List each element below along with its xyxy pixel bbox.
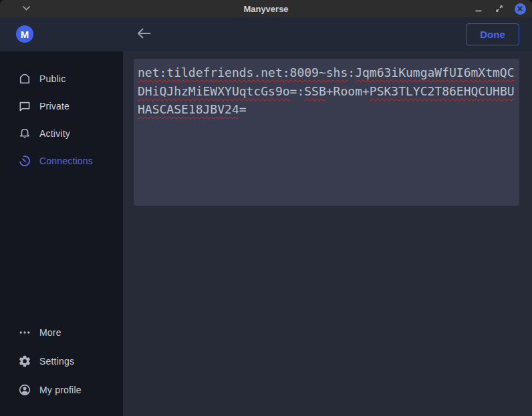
sidebar-item-label: Activity <box>39 128 70 139</box>
app-header: M Done <box>0 17 532 51</box>
restore-button[interactable] <box>493 3 505 15</box>
chevron-down-icon[interactable] <box>22 5 31 11</box>
arrow-left-icon <box>136 27 151 39</box>
sidebar-item-my-profile[interactable]: My profile <box>0 375 123 404</box>
message-bubble-icon <box>18 99 31 113</box>
back-button[interactable] <box>136 27 152 41</box>
misspelled-text: PSK3TLYC2T86EHQCUHBU <box>370 84 515 98</box>
app-window: Manyverse M Done <box>0 0 532 416</box>
code-text: : <box>348 65 355 79</box>
sidebar-item-settings[interactable]: Settings <box>0 347 123 375</box>
misspelled-text: Jqm63iKumgaWfUI6mXtmQC <box>355 65 514 79</box>
sidebar-item-label: My profile <box>39 385 82 395</box>
sidebar-item-label: Settings <box>39 356 74 367</box>
account-circle-icon <box>18 383 31 397</box>
sidebar-item-label: More <box>39 327 61 338</box>
misspelled-text: DHiQJhzMiEWXYUqtcGs9o <box>138 84 290 98</box>
bell-icon <box>18 127 31 140</box>
window-title: Manyverse <box>243 4 288 14</box>
code-text: = <box>239 102 247 116</box>
sidebar-item-connections[interactable]: Connections <box>0 147 123 174</box>
misspelled-text: SSB <box>304 84 326 98</box>
invite-code-line: DHiQJhzMiEWXYUqtcGs9o=:SSB+Room+PSK3TLYC… <box>138 82 515 101</box>
invite-code-line: HASCASE18JBV24= <box>138 100 515 119</box>
done-button[interactable]: Done <box>466 23 519 45</box>
sidebar-bottom-nav: MoreSettingsMy profile <box>0 318 123 404</box>
ellipsis-icon <box>18 326 31 339</box>
close-button[interactable] <box>514 3 526 15</box>
code-text: +Room+ <box>326 84 370 98</box>
sidebar-item-label: Private <box>39 101 70 112</box>
sidebar-item-label: Connections <box>39 156 93 166</box>
sidebar: PublicPrivateActivityConnections MoreSet… <box>0 51 123 416</box>
code-text: =: <box>290 84 305 98</box>
window-controls <box>473 0 526 17</box>
sidebar-item-private[interactable]: Private <box>0 92 123 120</box>
bulletin-board-icon <box>18 72 31 85</box>
sidebar-item-activity[interactable]: Activity <box>0 120 123 147</box>
gear-icon <box>18 355 31 368</box>
manyverse-logo: M <box>16 25 33 43</box>
sidebar-item-more[interactable]: More <box>0 318 123 347</box>
invite-code-line: net:tildefriends.net:8009~shs:Jqm63iKumg… <box>138 63 515 82</box>
sidebar-item-public[interactable]: Public <box>0 65 123 92</box>
minimize-icon <box>475 5 483 13</box>
invite-code-input[interactable]: net:tildefriends.net:8009~shs:Jqm63iKumg… <box>134 59 519 206</box>
sidebar-main-nav: PublicPrivateActivityConnections <box>0 65 123 174</box>
close-icon <box>515 3 526 15</box>
connections-dial-icon <box>18 154 31 168</box>
misspelled-text: HASCASE18JBV24 <box>138 102 239 116</box>
sidebar-item-label: Public <box>39 73 65 84</box>
restore-icon <box>495 5 503 13</box>
minimize-button[interactable] <box>473 3 485 15</box>
titlebar: Manyverse <box>0 0 532 17</box>
app-body: PublicPrivateActivityConnections MoreSet… <box>0 51 532 416</box>
main-content: net:tildefriends.net:8009~shs:Jqm63iKumg… <box>123 51 532 416</box>
misspelled-text: net:tildefriends.net:8009~shs <box>138 65 348 79</box>
